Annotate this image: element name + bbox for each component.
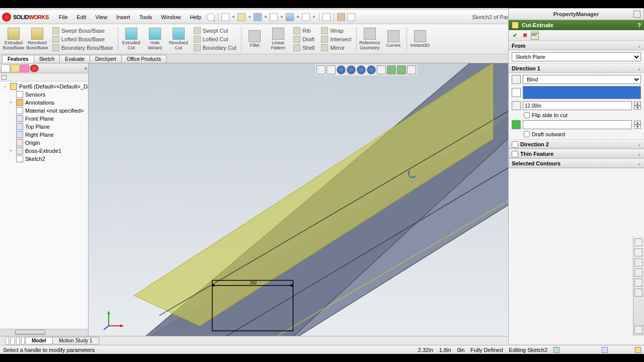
cmd-shell[interactable]: Shell — [292, 44, 315, 52]
direction2-checkbox[interactable] — [512, 141, 518, 148]
open-dd[interactable]: ▾ — [247, 13, 252, 21]
taskpane-custom-props-icon[interactable] — [634, 289, 642, 297]
cmd-swept-boss[interactable]: Swept Boss/Base — [51, 27, 114, 35]
tree-front-plane[interactable]: Front Plane — [1, 115, 87, 123]
fm-collapse-icon[interactable]: « — [85, 66, 87, 71]
tab-sketch[interactable]: Sketch — [34, 55, 60, 63]
bottom-tab-model[interactable]: Model — [25, 337, 53, 344]
depth-spinner[interactable]: ▲▼ — [634, 102, 641, 110]
tab-evaluate[interactable]: Evaluate — [59, 55, 90, 63]
menu-view[interactable]: View — [92, 12, 112, 22]
cmd-fillet[interactable]: Fillet — [243, 25, 266, 53]
edit-appearance-icon[interactable] — [387, 65, 396, 74]
cmd-hole-wizard[interactable]: Hole Wizard — [143, 25, 167, 53]
pm-section-contours[interactable]: Selected Contours⌄ — [509, 159, 644, 168]
flip-side-checkbox[interactable] — [524, 112, 530, 118]
select-icon[interactable] — [323, 13, 331, 21]
tree-origin[interactable]: Origin — [1, 139, 87, 147]
cmd-swept-cut[interactable]: Swept Cut — [193, 27, 237, 35]
draft-angle-input[interactable] — [523, 120, 632, 129]
tree-top-plane[interactable]: Top Plane — [1, 123, 87, 131]
cmd-revolved-boss[interactable]: Revolved Boss/Base — [26, 25, 49, 53]
taskpane-view-palette-icon[interactable] — [634, 268, 642, 277]
section-view-icon[interactable] — [347, 65, 356, 74]
new-dd[interactable]: ▾ — [231, 13, 236, 21]
cmd-mirror[interactable]: Mirror — [320, 44, 352, 52]
save-icon[interactable] — [254, 13, 262, 21]
taskpane-bottom-icon[interactable] — [634, 326, 642, 334]
print-dd[interactable]: ▾ — [279, 13, 284, 21]
tree-boss-extrude1[interactable]: +Boss-Extrude1 — [1, 147, 87, 155]
detailed-preview-icon[interactable]: 60° — [531, 32, 539, 40]
display-style-icon[interactable] — [367, 65, 376, 74]
hide-show-icon[interactable] — [377, 65, 386, 74]
redo-icon[interactable] — [302, 13, 310, 21]
status-icon-3[interactable] — [635, 347, 641, 353]
pm-section-thin-feature[interactable]: Thin Feature⌄ — [509, 149, 644, 158]
save-dd[interactable]: ▾ — [263, 13, 268, 21]
view-orientation-icon[interactable] — [357, 65, 366, 74]
ok-button[interactable]: ✔ — [511, 32, 519, 40]
new-icon[interactable] — [221, 13, 229, 21]
cancel-button[interactable]: ✖ — [521, 32, 529, 40]
reverse-direction-icon[interactable] — [512, 75, 521, 84]
open-icon[interactable] — [237, 13, 246, 21]
bottom-tab-motion[interactable]: Motion Study 1 — [52, 337, 99, 344]
menu-insert[interactable]: Insert — [112, 12, 134, 22]
menu-window[interactable]: Window — [157, 12, 185, 22]
taskpane-appearances-icon[interactable] — [634, 279, 642, 287]
undo-icon[interactable] — [286, 13, 294, 21]
cmd-lofted-cut[interactable]: Lofted Cut — [193, 35, 237, 43]
taskpane-file-explorer-icon[interactable] — [634, 258, 642, 266]
redo-dd[interactable]: ▾ — [311, 13, 316, 21]
undo-dd[interactable]: ▾ — [295, 13, 300, 21]
zoom-fit-icon[interactable] — [316, 65, 326, 74]
status-icon-2[interactable] — [602, 347, 608, 353]
fm-icon-1[interactable] — [1, 64, 10, 72]
cmd-rib[interactable]: Rib — [292, 27, 315, 35]
menu-help[interactable]: Help — [186, 12, 205, 22]
cmd-ref-geometry[interactable]: Reference Geometry — [358, 25, 381, 53]
tree-sketch2[interactable]: Sketch2 — [1, 155, 87, 163]
fm-icon-4[interactable] — [30, 64, 39, 72]
direction-vector-icon[interactable] — [512, 88, 521, 97]
status-icon-1[interactable] — [553, 347, 559, 353]
cmd-lofted-boss[interactable]: Lofted Boss/Base — [51, 35, 114, 43]
cmd-linear-pattern[interactable]: Linear Pattern — [267, 25, 290, 53]
tree-material[interactable]: Material <not specified> — [1, 107, 87, 115]
fm-icon-2[interactable] — [11, 64, 20, 72]
cmd-extruded-boss[interactable]: Extruded Boss/Base — [2, 25, 25, 53]
menu-edit[interactable]: Edit — [73, 12, 91, 22]
cmd-boundary-boss[interactable]: Boundary Boss/Base — [51, 44, 114, 52]
apply-scene-icon[interactable] — [397, 65, 406, 74]
cmd-curves[interactable]: Curves — [382, 25, 405, 53]
end-condition-select[interactable]: Blind — [523, 75, 641, 84]
draft-spinner[interactable]: ▲▼ — [634, 121, 641, 129]
cmd-intersect[interactable]: Intersect — [320, 35, 352, 43]
direction-vector-input[interactable] — [523, 86, 641, 99]
search-icon[interactable] — [207, 13, 215, 21]
tab-office-products[interactable]: Office Products — [121, 55, 167, 63]
pm-pin-icon[interactable] — [633, 11, 640, 18]
draft-outward-checkbox[interactable] — [524, 131, 530, 137]
pm-section-direction2[interactable]: Direction 2⌄ — [509, 140, 644, 149]
btab-nav4-icon[interactable] — [21, 337, 25, 345]
cmd-revolved-cut[interactable]: Revolved Cut — [167, 25, 190, 53]
options-icon[interactable] — [347, 13, 355, 21]
from-select[interactable]: Sketch Plane — [512, 52, 641, 61]
btab-nav2-icon[interactable] — [11, 337, 14, 345]
tree-annotations[interactable]: +Annotations — [1, 99, 87, 107]
draft-icon[interactable] — [512, 120, 521, 129]
pm-section-direction1[interactable]: Direction 1⌄ — [509, 64, 644, 73]
btab-nav1-icon[interactable] — [6, 337, 9, 345]
btab-nav3-icon[interactable] — [16, 337, 20, 345]
tree-root[interactable]: −Part6 (Default<<Default>_Disp — [1, 82, 87, 90]
prev-view-icon[interactable] — [337, 65, 346, 74]
depth-input[interactable] — [523, 101, 632, 110]
cmd-boundary-cut[interactable]: Boundary Cut — [193, 44, 237, 52]
fm-icon-3[interactable] — [20, 64, 29, 72]
tree-right-plane[interactable]: Right Plane — [1, 131, 87, 139]
taskpane-resources-icon[interactable] — [634, 238, 642, 246]
fm-filter[interactable] — [0, 73, 88, 81]
thin-feature-checkbox[interactable] — [512, 151, 518, 157]
